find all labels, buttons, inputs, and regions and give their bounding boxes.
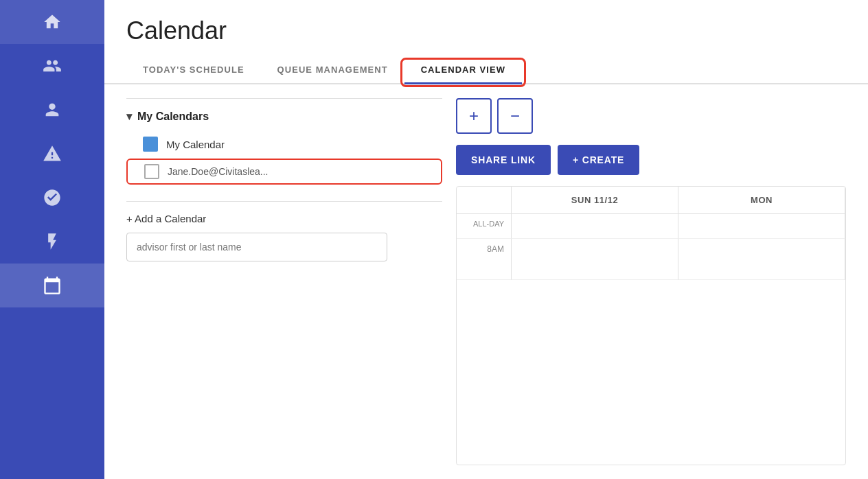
sidebar-item-flash[interactable] — [0, 220, 104, 264]
allday-label: ALL-DAY — [457, 214, 512, 239]
8am-label: 8AM — [457, 239, 512, 280]
sidebar — [0, 0, 104, 479]
email-calendar-label: Jane.Doe@Civitaslea... — [168, 166, 269, 177]
8am-sun-cell — [512, 239, 678, 280]
8am-mon-cell — [678, 239, 845, 280]
action-buttons: SHARE LINK + CREATE — [456, 145, 846, 175]
tab-calendar-view[interactable]: CALENDAR VIEW — [404, 56, 522, 83]
share-link-button[interactable]: SHARE LINK — [456, 145, 551, 175]
content-area: ▾ My Calendars My Calendar Jane.Doe@Civi… — [104, 84, 868, 479]
tab-bar: TODAY'S SCHEDULE QUEUE MANAGEMENT CALEND… — [104, 56, 868, 84]
sidebar-item-home[interactable] — [0, 0, 104, 44]
zoom-in-button[interactable]: + — [456, 98, 492, 134]
chevron-down-icon: ▾ — [126, 110, 132, 123]
allday-sun-cell — [512, 214, 678, 239]
left-panel: ▾ My Calendars My Calendar Jane.Doe@Civi… — [126, 98, 442, 465]
allday-mon-cell — [678, 214, 845, 239]
email-calendar-item[interactable]: Jane.Doe@Civitaslea... — [126, 159, 442, 185]
monday-header: MON — [678, 187, 845, 213]
email-calendar-checkbox[interactable] — [144, 164, 159, 179]
zoom-out-button[interactable]: − — [497, 98, 533, 134]
page-header: Calendar — [104, 0, 868, 56]
calendar-grid: SUN 11/12 MON ALL-DAY 8AM — [456, 186, 846, 465]
my-calendar-item[interactable]: My Calendar — [126, 132, 442, 156]
calendar-body: ALL-DAY 8AM — [457, 214, 845, 280]
sidebar-item-person[interactable] — [0, 88, 104, 132]
create-button[interactable]: + CREATE — [558, 145, 639, 175]
header-empty-cell — [457, 187, 512, 213]
controls-row: + − — [456, 98, 846, 134]
add-calendar-label[interactable]: + Add a Calendar — [126, 213, 442, 224]
my-calendar-color — [143, 137, 158, 152]
add-calendar-section: + Add a Calendar — [126, 201, 442, 261]
calendar-header: SUN 11/12 MON — [457, 187, 845, 214]
advisor-search-input[interactable] — [126, 233, 387, 261]
my-calendar-label: My Calendar — [166, 139, 225, 150]
sidebar-item-calendar[interactable] — [0, 264, 104, 307]
tab-todays-schedule[interactable]: TODAY'S SCHEDULE — [126, 56, 261, 83]
sidebar-item-alert[interactable] — [0, 132, 104, 176]
main-content: Calendar TODAY'S SCHEDULE QUEUE MANAGEME… — [104, 0, 868, 479]
sunday-header: SUN 11/12 — [512, 187, 678, 213]
sidebar-item-users[interactable] — [0, 44, 104, 88]
my-calendars-title[interactable]: ▾ My Calendars — [126, 110, 442, 123]
right-panel: + − SHARE LINK + CREATE SUN 11/12 MON AL… — [456, 98, 846, 465]
tab-queue-management[interactable]: QUEUE MANAGEMENT — [261, 56, 404, 83]
page-title: Calendar — [126, 16, 846, 45]
sidebar-item-approve[interactable] — [0, 176, 104, 220]
my-calendars-section: ▾ My Calendars My Calendar Jane.Doe@Civi… — [126, 98, 442, 187]
